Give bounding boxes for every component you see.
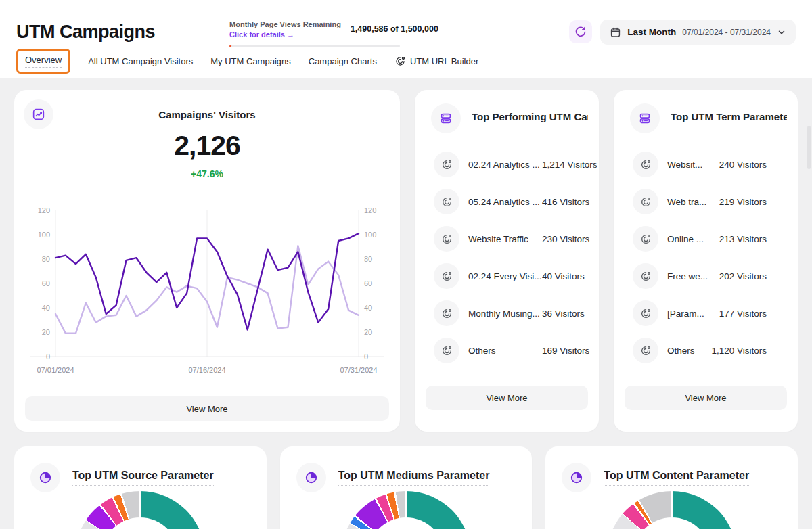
page-views-quota: Monthly Page Views Remaining Click for d… bbox=[229, 20, 400, 47]
utm-spiral-icon bbox=[633, 152, 658, 177]
dashboard-content: Campaigns' Visitors 2,126 +47.6% 0020204… bbox=[0, 78, 812, 529]
svg-text:0: 0 bbox=[364, 352, 368, 361]
pie-chart-icon bbox=[562, 463, 591, 492]
view-more-button[interactable]: View More bbox=[426, 386, 588, 410]
quota-details-link[interactable]: Click for details → bbox=[229, 30, 341, 39]
list-rows-icon bbox=[630, 104, 660, 133]
svg-text:20: 20 bbox=[364, 328, 372, 336]
top-utm-term-card: Top UTM Term Parameter Websit...240 Visi… bbox=[614, 90, 798, 432]
utm-campaigns-dashboard: UTM Campaigns Monthly Page Views Remaini… bbox=[0, 0, 812, 529]
utm-spiral-icon bbox=[434, 152, 459, 177]
view-more-button[interactable]: View More bbox=[625, 386, 787, 410]
date-preset-label: Last Month bbox=[627, 27, 676, 37]
svg-text:07/01/2024: 07/01/2024 bbox=[37, 366, 74, 374]
tab-bar: Overview All UTM Campaign Visitors My UT… bbox=[0, 47, 812, 78]
content-donut-chart bbox=[607, 491, 737, 529]
svg-text:120: 120 bbox=[38, 206, 50, 214]
chevron-down-icon bbox=[777, 28, 786, 37]
svg-text:80: 80 bbox=[364, 255, 372, 263]
quota-progress-fill bbox=[229, 45, 231, 47]
visitors-total: 2,126 bbox=[14, 130, 400, 162]
utm-spiral-icon bbox=[434, 263, 459, 289]
card-title: Campaigns' Visitors bbox=[158, 109, 255, 124]
list-item[interactable]: Free we...202 Visitors bbox=[614, 262, 798, 290]
card-title: Top Performing UTM Camp... bbox=[472, 111, 588, 127]
utm-builder-icon bbox=[394, 55, 406, 67]
campaigns-visitors-card: Campaigns' Visitors 2,126 +47.6% 0020204… bbox=[14, 90, 400, 432]
list-item[interactable]: Monthly Musing...36 Visitors bbox=[415, 300, 599, 327]
list-rows-icon bbox=[431, 104, 461, 133]
quota-label: Monthly Page Views Remaining bbox=[229, 20, 341, 28]
utm-spiral-icon bbox=[633, 263, 658, 289]
source-donut-chart bbox=[75, 491, 205, 529]
calendar-icon bbox=[610, 26, 621, 38]
svg-text:0: 0 bbox=[46, 352, 50, 361]
list-item[interactable]: Websit...240 Visitors bbox=[614, 151, 798, 178]
svg-text:40: 40 bbox=[364, 304, 372, 312]
card-title: Top UTM Content Parameter bbox=[604, 469, 749, 486]
list-item[interactable]: 02.24 Every Visi...40 Visitors bbox=[415, 262, 599, 290]
utm-spiral-icon bbox=[633, 226, 658, 252]
list-item[interactable]: Others1,120 Visitors bbox=[614, 337, 798, 364]
svg-text:40: 40 bbox=[42, 304, 50, 312]
list-item[interactable]: 05.24 Analytics ...416 Visitors bbox=[415, 188, 599, 215]
quota-progress-bar bbox=[229, 45, 400, 47]
active-tab-highlight: Overview bbox=[16, 49, 70, 74]
svg-text:100: 100 bbox=[364, 231, 376, 239]
trend-chart-icon bbox=[24, 99, 53, 129]
page-title: UTM Campaigns bbox=[16, 22, 155, 43]
utm-spiral-icon bbox=[633, 338, 658, 363]
utm-spiral-icon bbox=[434, 338, 459, 363]
utm-spiral-icon bbox=[633, 189, 658, 214]
mediums-donut-chart bbox=[341, 491, 471, 529]
top-performing-campaigns-card: Top Performing UTM Camp... 02.24 Analyti… bbox=[415, 90, 599, 432]
date-range-picker[interactable]: Last Month 07/01/2024 - 07/31/2024 bbox=[600, 20, 796, 45]
svg-text:60: 60 bbox=[42, 279, 50, 288]
topbar: UTM Campaigns Monthly Page Views Remaini… bbox=[0, 0, 812, 47]
donut-hole bbox=[367, 518, 445, 529]
donut-hole bbox=[102, 518, 179, 529]
svg-text:100: 100 bbox=[38, 231, 50, 239]
refresh-button[interactable] bbox=[569, 20, 592, 43]
list-item[interactable]: Web tra...219 Visitors bbox=[614, 188, 798, 215]
utm-spiral-icon bbox=[434, 189, 459, 214]
term-list: Websit...240 Visitors Web tra...219 Visi… bbox=[614, 151, 798, 374]
view-more-button[interactable]: View More bbox=[25, 396, 389, 421]
page-scrollbar[interactable] bbox=[807, 126, 811, 169]
visitors-line-chart: 00202040406060808010010012012007/01/2024… bbox=[24, 202, 390, 380]
svg-text:07/16/2024: 07/16/2024 bbox=[188, 366, 225, 374]
pie-chart-icon bbox=[30, 463, 60, 492]
top-utm-source-card: Top UTM Source Parameter bbox=[14, 446, 267, 529]
donut-hole bbox=[633, 518, 710, 529]
pie-chart-icon bbox=[296, 463, 326, 492]
list-item[interactable]: Website Traffic230 Visitors bbox=[415, 225, 599, 252]
tab-my-utm-campaigns[interactable]: My UTM Campaigns bbox=[210, 56, 290, 66]
svg-text:120: 120 bbox=[364, 206, 376, 214]
visitors-delta: +47.6% bbox=[14, 168, 400, 179]
svg-text:80: 80 bbox=[42, 255, 50, 263]
card-title: Top UTM Mediums Parameter bbox=[338, 469, 490, 486]
list-item[interactable]: Online ...213 Visitors bbox=[614, 225, 798, 252]
tab-utm-url-builder[interactable]: UTM URL Builder bbox=[394, 55, 478, 67]
refresh-icon bbox=[574, 26, 587, 38]
card-title: Top UTM Term Parameter bbox=[671, 111, 787, 127]
card-title: Top UTM Source Parameter bbox=[72, 469, 214, 486]
quota-usage: 1,490,586 of 1,500,000 bbox=[351, 24, 438, 34]
tab-overview[interactable]: Overview bbox=[25, 55, 62, 68]
list-item[interactable]: [Param...177 Visitors bbox=[614, 300, 798, 327]
utm-spiral-icon bbox=[633, 300, 658, 326]
date-range-value: 07/01/2024 - 07/31/2024 bbox=[682, 28, 771, 37]
list-item[interactable]: 02.24 Analytics ...1,214 Visitors bbox=[415, 151, 599, 178]
campaign-list: 02.24 Analytics ...1,214 Visitors 05.24 … bbox=[415, 151, 599, 374]
tab-campaign-charts[interactable]: Campaign Charts bbox=[309, 56, 377, 66]
utm-spiral-icon bbox=[434, 300, 459, 326]
svg-text:07/31/2024: 07/31/2024 bbox=[340, 366, 377, 374]
list-item[interactable]: Others169 Visitors bbox=[415, 337, 599, 364]
utm-spiral-icon bbox=[434, 226, 459, 252]
top-utm-content-card: Top UTM Content Parameter bbox=[545, 446, 798, 529]
svg-text:60: 60 bbox=[364, 279, 372, 288]
tab-all-utm-campaign-visitors[interactable]: All UTM Campaign Visitors bbox=[88, 56, 193, 66]
top-utm-mediums-card: Top UTM Mediums Parameter bbox=[280, 446, 533, 529]
svg-text:20: 20 bbox=[42, 328, 50, 336]
